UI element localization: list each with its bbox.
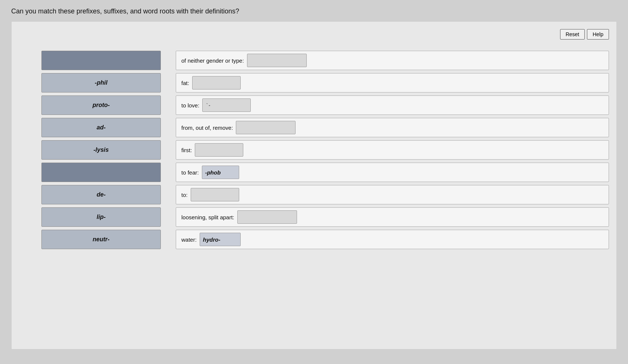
def-label-8: loosening, split apart: xyxy=(181,214,234,220)
page-question: Can you match these prefixes, suffixes, … xyxy=(11,7,617,15)
def-row-2: fat: xyxy=(176,73,609,92)
def-row-5: first: xyxy=(176,140,609,160)
def-label-2: fat: xyxy=(181,80,189,86)
term-item-6[interactable] xyxy=(41,163,161,182)
answer-box-1[interactable] xyxy=(247,54,307,67)
def-label-9: water: xyxy=(181,236,197,243)
term-item-8[interactable]: lip- xyxy=(41,207,161,227)
def-label-6: to fear: xyxy=(181,169,199,176)
def-row-4: from, out of, remove: xyxy=(176,118,609,137)
term-item-9[interactable]: neutr- xyxy=(41,230,161,249)
term-item-2[interactable]: -phil xyxy=(41,73,161,92)
top-buttons: Reset Help xyxy=(19,29,609,40)
reset-button[interactable]: Reset xyxy=(560,29,585,40)
answer-box-6[interactable]: -phob xyxy=(202,166,239,179)
term-item-4[interactable]: ad- xyxy=(41,118,161,137)
term-item-5[interactable]: -lysis xyxy=(41,140,161,160)
content-area: -phil proto- ad- -lysis de- lip- neutr- xyxy=(41,51,609,249)
def-row-6: to fear: -phob xyxy=(176,163,609,182)
def-label-3: to love: xyxy=(181,102,199,109)
def-row-3: to love: ` - xyxy=(176,95,609,115)
def-row-9: water: hydro- xyxy=(176,230,609,249)
answer-box-9[interactable]: hydro- xyxy=(200,233,241,246)
def-label-7: to: xyxy=(181,192,188,198)
def-row-8: loosening, split apart: xyxy=(176,207,609,227)
term-item-3[interactable]: proto- xyxy=(41,95,161,115)
answer-box-3[interactable]: ` - xyxy=(202,98,251,112)
answer-box-5[interactable] xyxy=(195,143,243,157)
answer-box-2[interactable] xyxy=(192,76,241,90)
answer-box-4[interactable] xyxy=(236,121,296,134)
help-button[interactable]: Help xyxy=(587,29,609,40)
def-row-1: of neither gender or type: xyxy=(176,51,609,70)
definitions-column: of neither gender or type: fat: to love:… xyxy=(176,51,609,249)
main-container: Reset Help -phil proto- ad- -lysis de- xyxy=(11,21,617,349)
answer-box-8[interactable] xyxy=(237,210,297,224)
term-item-7[interactable]: de- xyxy=(41,185,161,204)
terms-column: -phil proto- ad- -lysis de- lip- neutr- xyxy=(41,51,161,249)
def-label-1: of neither gender or type: xyxy=(181,57,244,64)
answer-box-7[interactable] xyxy=(191,188,239,201)
term-item-1[interactable] xyxy=(41,51,161,70)
def-label-4: from, out of, remove: xyxy=(181,125,233,131)
def-row-7: to: xyxy=(176,185,609,204)
def-label-5: first: xyxy=(181,147,192,153)
